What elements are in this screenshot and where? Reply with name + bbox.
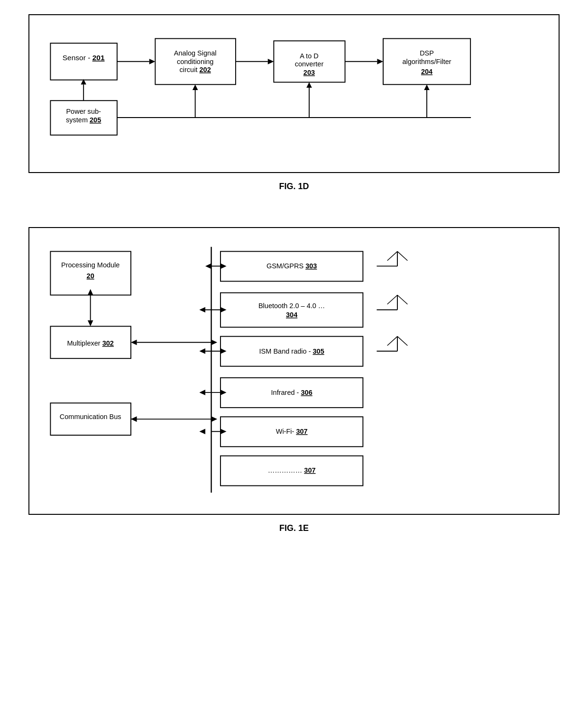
svg-marker-31 [424,84,430,90]
svg-line-67 [397,295,407,304]
fig1d-diagram: Sensor - 201 Analog Signal conditioning … [28,14,560,173]
svg-marker-3 [149,59,156,64]
svg-text:Communication Bus: Communication Bus [60,413,121,420]
svg-marker-48 [131,417,137,422]
svg-text:Processing Module: Processing Module [61,262,119,269]
svg-text:204: 204 [421,68,432,75]
svg-marker-86 [199,429,205,435]
svg-text:Infrared - 306: Infrared - 306 [271,389,312,396]
svg-marker-52 [205,264,211,269]
svg-text:203: 203 [303,69,315,76]
fig1e-caption: FIG. 1E [279,523,309,533]
svg-text:Sensor - 201: Sensor - 201 [63,54,105,62]
svg-marker-15 [377,59,383,64]
svg-text:Multiplexer 302: Multiplexer 302 [67,339,113,347]
svg-text:conditioning: conditioning [177,58,213,65]
svg-line-76 [397,337,407,346]
svg-text:A to D: A to D [300,52,319,60]
svg-text:20: 20 [87,272,94,280]
svg-marker-47 [211,417,218,422]
svg-marker-43 [131,340,137,346]
svg-text:circuit 202: circuit 202 [180,66,211,73]
svg-marker-9 [268,59,274,64]
svg-text:…………… 307: …………… 307 [268,467,316,475]
svg-text:DSP: DSP [420,49,434,57]
svg-line-75 [387,337,397,346]
svg-marker-71 [199,348,205,354]
svg-marker-45 [211,340,218,346]
svg-line-66 [387,295,397,304]
fig1d-caption: FIG. 1D [279,182,309,192]
svg-text:ISM Band radio - 305: ISM Band radio - 305 [259,347,324,355]
fig1d-svg: Sensor - 201 Analog Signal conditioning … [41,29,547,158]
svg-marker-80 [199,390,205,395]
fig1e-diagram: Processing Module 20 Multiplexer 302 Com… [28,227,560,515]
svg-text:system 205: system 205 [66,116,101,124]
svg-marker-29 [306,82,312,88]
svg-marker-36 [88,320,93,327]
fig1e-svg: Processing Module 20 Multiplexer 302 Com… [41,242,547,500]
svg-text:Analog Signal: Analog Signal [174,49,217,57]
svg-text:converter: converter [295,60,324,68]
svg-marker-62 [199,307,205,313]
svg-marker-27 [193,84,198,90]
svg-text:Wi-Fi- 307: Wi-Fi- 307 [276,428,308,435]
svg-line-57 [397,252,407,261]
svg-text:algorithms/Filter: algorithms/Filter [402,58,451,65]
svg-text:GSM/GPRS 303: GSM/GPRS 303 [266,263,317,270]
svg-text:304: 304 [286,311,297,319]
svg-line-56 [387,252,397,261]
svg-text:Bluetooth 2.0 – 4.0 …: Bluetooth 2.0 – 4.0 … [258,302,325,310]
svg-text:Power sub-: Power sub- [66,108,101,115]
svg-rect-58 [220,293,363,328]
